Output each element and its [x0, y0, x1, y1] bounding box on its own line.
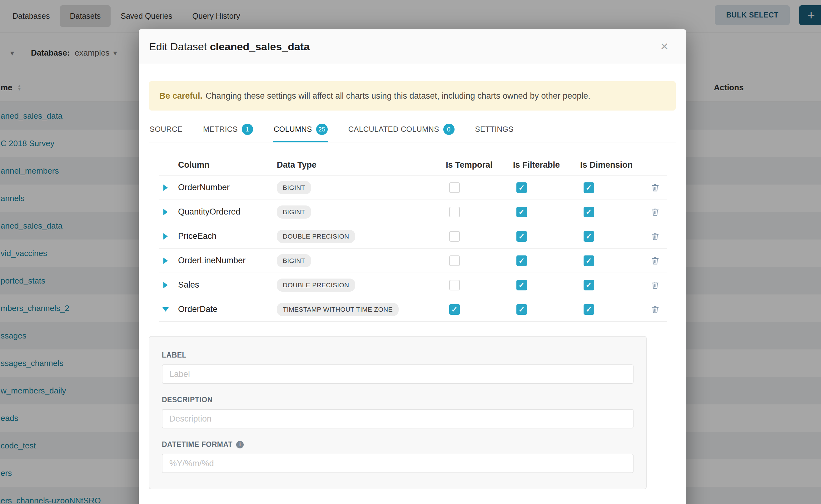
columns-count-badge: 25 — [316, 124, 328, 135]
column-name: OrderLineNumber — [172, 256, 271, 265]
column-row: Sales DOUBLE PRECISION — [159, 273, 667, 297]
modal-tabs: SOURCE METRICS 1 COLUMNS 25 CALCULATED C… — [149, 119, 676, 142]
tab-calculated-columns[interactable]: CALCULATED COLUMNS 0 — [348, 119, 455, 142]
is-temporal-checkbox[interactable] — [449, 231, 460, 242]
delete-column-icon[interactable] — [650, 256, 667, 265]
data-type-pill: BIGINT — [277, 254, 311, 267]
expand-caret-icon[interactable] — [163, 209, 168, 215]
label-input[interactable] — [162, 364, 634, 384]
datetime-format-field-label: DATETIME FORMAT i — [162, 440, 634, 449]
tab-metrics[interactable]: METRICS 1 — [202, 119, 254, 142]
data-type-pill: DOUBLE PRECISION — [277, 279, 355, 292]
column-row-expanded: OrderDate TIMESTAMP WITHOUT TIME ZONE — [159, 297, 667, 322]
delete-column-icon[interactable] — [650, 280, 667, 290]
columns-table-header: Column Data Type Is Temporal Is Filterab… — [159, 155, 667, 175]
is-filterable-checkbox[interactable] — [517, 207, 527, 217]
delete-column-icon[interactable] — [650, 207, 667, 217]
column-row: PriceEach DOUBLE PRECISION — [159, 224, 667, 249]
calculated-columns-count-badge: 0 — [443, 124, 455, 135]
column-row: OrderLineNumber BIGINT — [159, 249, 667, 273]
warning-banner: Be careful. Changing these settings will… — [149, 81, 676, 111]
edit-dataset-modal: Edit Dataset cleaned_sales_data ✕ Be car… — [139, 29, 686, 504]
warning-text: Changing these settings will affect all … — [205, 91, 591, 101]
is-filterable-checkbox[interactable] — [517, 182, 527, 193]
is-temporal-checkbox[interactable] — [449, 280, 460, 290]
is-temporal-checkbox[interactable] — [449, 182, 460, 193]
warning-bold: Be careful. — [159, 91, 202, 101]
column-name: PriceEach — [172, 231, 271, 241]
screen: Databases Datasets Saved Queries Query H… — [0, 0, 821, 504]
column-name: QuantityOrdered — [172, 207, 271, 217]
is-dimension-checkbox[interactable] — [584, 182, 594, 193]
column-name: OrderDate — [172, 304, 271, 314]
tab-source[interactable]: SOURCE — [149, 119, 183, 142]
close-icon[interactable]: ✕ — [660, 41, 669, 52]
modal-title: Edit Dataset cleaned_sales_data — [149, 41, 309, 53]
is-temporal-checkbox[interactable] — [449, 255, 460, 266]
data-type-pill: TIMESTAMP WITHOUT TIME ZONE — [277, 303, 398, 316]
description-input[interactable] — [162, 409, 634, 428]
expand-caret-icon[interactable] — [163, 185, 168, 191]
description-field-group: DESCRIPTION — [162, 396, 634, 428]
tab-columns[interactable]: COLUMNS 25 — [273, 119, 328, 142]
is-dimension-checkbox[interactable] — [584, 207, 594, 217]
label-field-group: LABEL — [162, 351, 634, 384]
data-type-pill: BIGINT — [277, 181, 311, 194]
is-filterable-checkbox[interactable] — [517, 304, 527, 315]
modal-header: Edit Dataset cleaned_sales_data ✕ — [139, 29, 686, 64]
is-dimension-header: Is Dimension — [555, 160, 622, 170]
dataset-name: cleaned_sales_data — [210, 41, 309, 52]
tab-label: CALCULATED COLUMNS — [348, 125, 439, 134]
column-name: OrderNumber — [172, 183, 271, 192]
tab-label: METRICS — [203, 125, 238, 134]
column-row: QuantityOrdered BIGINT — [159, 200, 667, 224]
data-type-pill: BIGINT — [277, 205, 311, 219]
tab-label: SOURCE — [150, 125, 182, 134]
datetime-format-input[interactable] — [162, 454, 634, 473]
columns-table: Column Data Type Is Temporal Is Filterab… — [159, 155, 667, 322]
is-dimension-checkbox[interactable] — [584, 231, 594, 242]
delete-column-icon[interactable] — [650, 305, 667, 314]
is-dimension-checkbox[interactable] — [584, 280, 594, 290]
label-field-label: LABEL — [162, 351, 634, 359]
tab-label: COLUMNS — [274, 125, 312, 134]
expand-caret-icon[interactable] — [163, 282, 168, 288]
data-type-header: Data Type — [271, 160, 421, 170]
info-icon[interactable]: i — [236, 441, 244, 448]
is-filterable-checkbox[interactable] — [517, 280, 527, 290]
column-row: OrderNumber BIGINT — [159, 175, 667, 200]
is-temporal-header: Is Temporal — [421, 160, 488, 170]
is-dimension-checkbox[interactable] — [584, 255, 594, 266]
is-temporal-checkbox[interactable] — [449, 304, 460, 315]
datetime-format-field-group: DATETIME FORMAT i — [162, 440, 634, 473]
column-name: Sales — [172, 280, 271, 290]
is-temporal-checkbox[interactable] — [449, 207, 460, 217]
column-header: Column — [172, 160, 271, 170]
is-dimension-checkbox[interactable] — [584, 304, 594, 315]
delete-column-icon[interactable] — [650, 183, 667, 192]
expand-caret-icon[interactable] — [163, 258, 168, 264]
metrics-count-badge: 1 — [242, 124, 253, 135]
is-filterable-checkbox[interactable] — [517, 231, 527, 242]
collapse-caret-icon[interactable] — [162, 307, 169, 312]
tab-settings[interactable]: SETTINGS — [475, 119, 514, 142]
delete-column-icon[interactable] — [650, 232, 667, 241]
tab-label: SETTINGS — [475, 125, 514, 134]
description-field-label: DESCRIPTION — [162, 396, 634, 404]
is-filterable-checkbox[interactable] — [517, 255, 527, 266]
is-filterable-header: Is Filterable — [488, 160, 555, 170]
data-type-pill: DOUBLE PRECISION — [277, 230, 355, 243]
column-detail-panel: LABEL DESCRIPTION DATETIME FORMAT i — [149, 336, 647, 489]
expand-caret-icon[interactable] — [163, 233, 168, 240]
